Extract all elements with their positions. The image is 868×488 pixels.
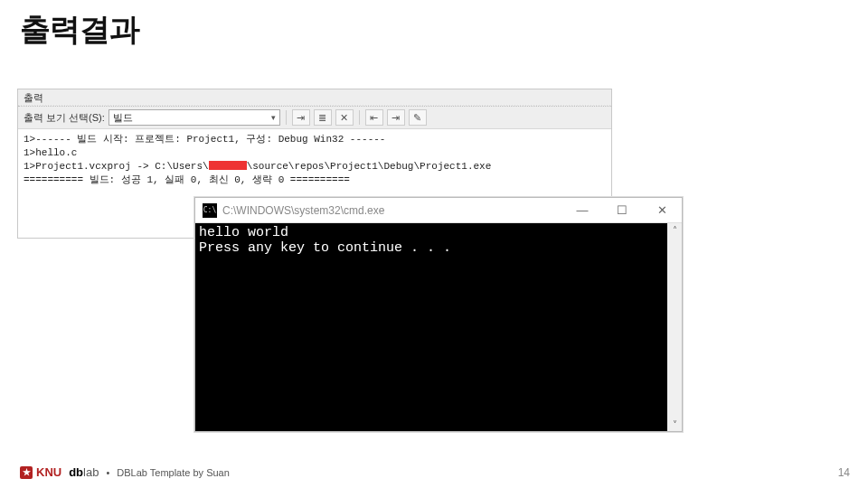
chevron-down-icon: ▾: [271, 113, 276, 122]
output-line: ========== 빌드: 성공 1, 실패 0, 최신 0, 생략 0 ==…: [24, 174, 350, 185]
output-line: 1>------ 빌드 시작: 프로젝트: Project1, 구성: Debu…: [24, 134, 385, 145]
output-panel-title: 출력: [18, 89, 611, 107]
knu-mark-icon: ★: [20, 466, 33, 479]
scroll-down-icon: ˅: [673, 419, 677, 429]
output-line: 1>hello.c: [24, 147, 77, 158]
refresh-icon: ✎: [413, 112, 421, 124]
dblab-logo: dblab: [69, 465, 99, 479]
show-output-from-label: 출력 보기 선택(S):: [24, 111, 105, 125]
output-source-select[interactable]: 빌드 ▾: [108, 109, 280, 126]
cmd-window: C:\ C:\WINDOWS\system32\cmd.exe — ☐ ✕ he…: [194, 197, 683, 432]
output-toolbar: 출력 보기 선택(S): 빌드 ▾ ⇥ ≣ ✕ ⇤ ⇥ ✎: [18, 107, 611, 129]
slide-title: 출력결과: [20, 9, 139, 51]
cmd-body-wrap: hello world Press any key to continue . …: [195, 223, 682, 431]
redacted-username: [209, 161, 247, 170]
cmd-titlebar[interactable]: C:\ C:\WINDOWS\system32\cmd.exe — ☐ ✕: [195, 198, 682, 223]
arrow-icon: ⇥: [297, 112, 305, 124]
toolbar-separator: [286, 110, 287, 125]
cmd-app-icon: C:\: [203, 203, 217, 218]
close-icon: ✕: [657, 203, 667, 217]
wrap-icon: ≣: [318, 112, 326, 124]
find-message-button[interactable]: ⇥: [292, 109, 310, 126]
output-line: 1>Project1.vcxproj -> C:\Users\\source\r…: [24, 161, 491, 172]
maximize-button[interactable]: ☐: [602, 198, 642, 223]
knu-logo: ★ KNU: [20, 465, 61, 479]
toggle-wrap-button[interactable]: ≣: [314, 109, 332, 126]
maximize-icon: ☐: [617, 203, 627, 217]
indent-icon: ⇤: [370, 112, 378, 124]
bullet-separator: •: [106, 467, 109, 478]
clear-all-button[interactable]: ✕: [335, 109, 354, 126]
page-number: 14: [838, 466, 850, 479]
close-button[interactable]: ✕: [642, 198, 682, 223]
footer-credit: DBLab Template by Suan: [117, 467, 230, 478]
indent-button[interactable]: ⇤: [365, 109, 383, 126]
clear-icon: ✕: [340, 112, 348, 124]
cmd-console-output[interactable]: hello world Press any key to continue . …: [195, 223, 667, 431]
minimize-icon: —: [577, 203, 589, 217]
refresh-button[interactable]: ✎: [409, 109, 427, 126]
outdent-icon: ⇥: [392, 112, 400, 124]
toolbar-separator: [359, 110, 360, 125]
knu-text: KNU: [36, 465, 61, 479]
cmd-window-title: C:\WINDOWS\system32\cmd.exe: [222, 204, 562, 217]
cmd-scrollbar[interactable]: ˄ ˅: [667, 223, 682, 431]
scroll-up-icon: ˄: [673, 225, 677, 235]
slide-footer: ★ KNU dblab • DBLab Template by Suan: [20, 465, 230, 479]
outdent-button[interactable]: ⇥: [387, 109, 405, 126]
minimize-button[interactable]: —: [562, 198, 602, 223]
output-source-selected: 빌드: [113, 111, 133, 125]
